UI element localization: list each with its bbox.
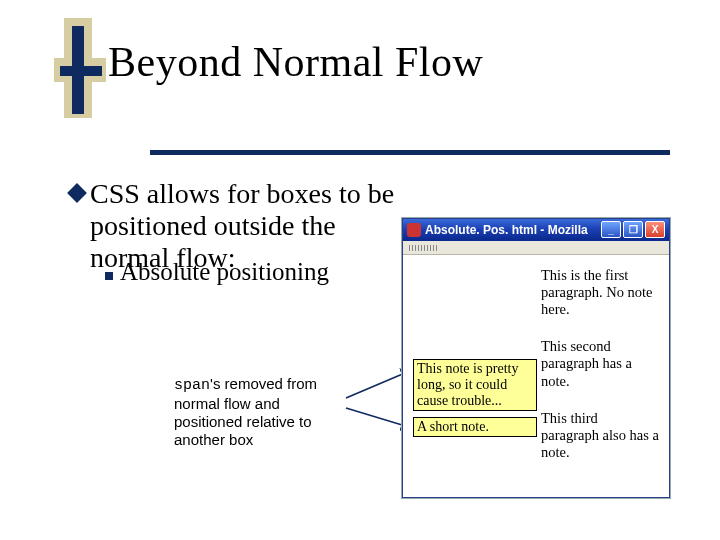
sub-bullet-square-icon <box>105 272 113 280</box>
sub-bullet-text: Absolute positioning <box>120 258 329 286</box>
slide-title: Beyond Normal Flow <box>108 38 668 86</box>
paragraph-1: This is the first paragraph. No note her… <box>541 267 659 318</box>
note-box-2: A short note. <box>413 417 537 437</box>
browser-title: Absolute. Pos. html - Mozilla <box>425 223 588 237</box>
browser-window: Absolute. Pos. html - Mozilla _ ❐ X This… <box>402 218 670 498</box>
browser-titlebar: Absolute. Pos. html - Mozilla _ ❐ X <box>403 219 669 241</box>
slide-title-wrap: Beyond Normal Flow <box>108 38 668 86</box>
paragraph-2: This second paragraph has a note. <box>541 338 659 389</box>
paragraph-3: This third paragraph also has a note. <box>541 410 659 461</box>
minimize-button[interactable]: _ <box>601 221 621 238</box>
callout-caption: span's removed from normal flow and posi… <box>174 375 349 449</box>
title-underline <box>150 150 670 155</box>
slide-corner-decoration <box>54 18 114 128</box>
browser-content: This is the first paragraph. No note her… <box>403 255 669 497</box>
browser-toolbar <box>403 241 669 255</box>
close-button[interactable]: X <box>645 221 665 238</box>
toolbar-grip-icon <box>409 245 439 251</box>
maximize-button[interactable]: ❐ <box>623 221 643 238</box>
note-box-1: This note is pretty long, so it could ca… <box>413 359 537 411</box>
caption-code: span <box>174 377 210 394</box>
mozilla-icon <box>407 223 421 237</box>
bullet-diamond-icon <box>67 183 87 203</box>
